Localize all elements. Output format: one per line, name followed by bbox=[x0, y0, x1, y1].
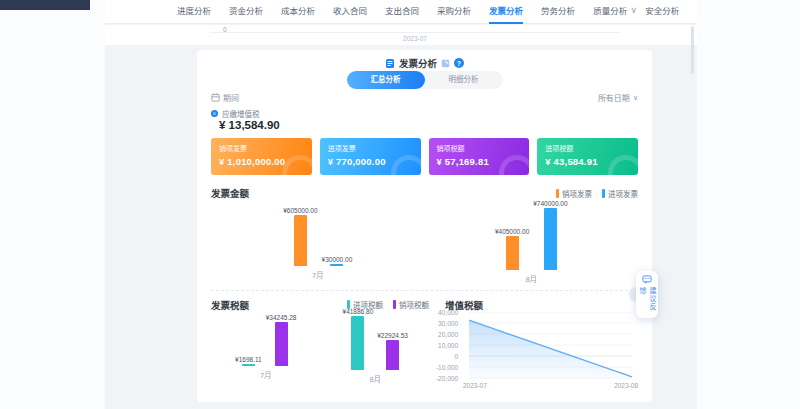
x-axis-label-start: 2023-07 bbox=[463, 382, 487, 389]
bar-销项发票: ¥605000.00 bbox=[283, 207, 317, 266]
bar-rect[interactable] bbox=[242, 364, 255, 366]
tab-收入合同[interactable]: 收入合同 bbox=[333, 0, 367, 24]
y-axis-tick: -20,000 bbox=[424, 375, 458, 382]
sidebar-edge bbox=[0, 0, 90, 10]
bars: ¥405000.00¥740000.00 bbox=[495, 200, 568, 270]
y-axis-tick: 40,000 bbox=[424, 309, 458, 316]
y-axis-tick: 10,000 bbox=[424, 342, 458, 349]
bar-rect[interactable] bbox=[330, 264, 343, 267]
calendar-icon bbox=[211, 93, 220, 102]
y-axis-tick: 30,000 bbox=[424, 320, 458, 327]
tab-采购分析[interactable]: 采购分析 bbox=[437, 0, 471, 24]
card-title-row: 发票分析 ? bbox=[197, 56, 652, 70]
page-title: 发票分析 bbox=[399, 56, 437, 70]
stat-card-label: 销项发票 bbox=[219, 143, 304, 153]
bar-value-label: ¥41886.80 bbox=[343, 308, 374, 315]
stat-card-label: 进项税额 bbox=[545, 143, 630, 153]
legend-item-销项发票[interactable]: 销项发票 bbox=[556, 188, 592, 199]
bars: ¥41886.80¥22924.53 bbox=[343, 308, 408, 370]
bar-rect[interactable] bbox=[386, 340, 399, 370]
bar-value-label: ¥30000.00 bbox=[322, 256, 353, 263]
bar-进项发票: ¥30000.00 bbox=[322, 256, 353, 267]
legend-marker bbox=[602, 189, 605, 198]
date-filter-dropdown[interactable]: 所有日期 ∨ bbox=[598, 92, 638, 103]
page: 进度分析资金分析成本分析收入合同支出合同采购分析发票分析劳务分析质量分析安全分析… bbox=[0, 0, 800, 409]
x-axis-label: 8月 bbox=[525, 273, 537, 284]
bar-group-7月: ¥605000.00¥30000.007月 bbox=[211, 200, 425, 280]
x-axis-label-end: 2023-08 bbox=[614, 382, 638, 389]
tab-成本分析[interactable]: 成本分析 bbox=[281, 0, 315, 24]
legend-label: 销项发票 bbox=[562, 188, 592, 199]
scrolled-chart-remnant: 0 2023-07 bbox=[105, 25, 697, 45]
bar-rect[interactable] bbox=[275, 322, 288, 366]
toggle-汇总分析[interactable]: 汇总分析 bbox=[347, 71, 425, 89]
tab-安全分析[interactable]: 安全分析 bbox=[645, 0, 679, 24]
stat-card-进项发票: 进项发票¥ 770,000.00 bbox=[320, 138, 421, 175]
tab-bar: 进度分析资金分析成本分析收入合同支出合同采购分析发票分析劳务分析质量分析安全分析 bbox=[105, 0, 697, 24]
invoice-amount-header: 发票金额 销项发票进项发票 bbox=[211, 186, 638, 200]
bar-value-label: ¥405000.00 bbox=[495, 228, 529, 235]
tab-资金分析[interactable]: 资金分析 bbox=[229, 0, 263, 24]
bar-rect[interactable] bbox=[351, 316, 364, 370]
vat-amount-chart: 40,00030,00020,00010,0000-10,000-20,0002… bbox=[437, 308, 638, 392]
edit-icon[interactable] bbox=[441, 59, 450, 68]
x-axis-label: 8月 bbox=[369, 373, 381, 384]
feedback-collapse-handle[interactable] bbox=[629, 287, 636, 302]
bar-value-label: ¥740000.00 bbox=[533, 200, 567, 207]
filter-row: 期间 所有日期 ∨ bbox=[211, 92, 638, 103]
tab-进度分析[interactable]: 进度分析 bbox=[177, 0, 211, 24]
x-axis-label: 7月 bbox=[312, 269, 324, 280]
legend-label: 进项发票 bbox=[608, 188, 638, 199]
chat-bubble-icon bbox=[642, 275, 652, 285]
feedback-widget[interactable]: 建议反馈 bbox=[636, 271, 658, 318]
bar-rect[interactable] bbox=[294, 215, 307, 266]
summary-label-row: 应缴增值税 bbox=[211, 108, 260, 119]
invoice-amount-title: 发票金额 bbox=[211, 186, 249, 200]
bar-value-label: ¥605000.00 bbox=[283, 207, 317, 214]
tab-质量分析[interactable]: 质量分析 bbox=[593, 0, 627, 24]
tab-发票分析[interactable]: 发票分析 bbox=[489, 0, 523, 24]
remnant-x-label: 2023-07 bbox=[210, 35, 620, 42]
y-axis-tick: 0 bbox=[424, 353, 458, 360]
stat-card-label: 进项发票 bbox=[328, 143, 413, 153]
bar-销项税额: ¥22924.53 bbox=[377, 332, 408, 370]
main-column: 进度分析资金分析成本分析收入合同支出合同采购分析发票分析劳务分析质量分析安全分析… bbox=[105, 0, 697, 409]
document-icon bbox=[385, 58, 395, 69]
scrollbar[interactable] bbox=[691, 26, 694, 74]
vat-dot-icon bbox=[211, 110, 218, 117]
bar-销项税额: ¥34245.28 bbox=[266, 314, 297, 366]
bar-进项税额: ¥41886.80 bbox=[343, 308, 374, 370]
bar-进项税额: ¥1698.11 bbox=[235, 356, 262, 366]
remnant-axis-line bbox=[210, 32, 620, 33]
invoice-analysis-card: 发票分析 ? 汇总分析明细分析 期间 bbox=[197, 50, 652, 402]
help-icon[interactable]: ? bbox=[454, 58, 464, 68]
chevron-down-icon[interactable]: ∨ bbox=[630, 5, 637, 15]
tab-支出合同[interactable]: 支出合同 bbox=[385, 0, 419, 24]
tab-劳务分析[interactable]: 劳务分析 bbox=[541, 0, 575, 24]
period-filter[interactable]: 期间 bbox=[211, 92, 239, 103]
toggle-明细分析[interactable]: 明细分析 bbox=[425, 71, 503, 89]
feedback-label: 建议反馈 bbox=[637, 287, 657, 318]
bar-销项发票: ¥405000.00 bbox=[495, 228, 529, 270]
period-label: 期间 bbox=[223, 92, 239, 103]
bar-group-8月: ¥41886.80¥22924.538月 bbox=[321, 308, 431, 380]
bars: ¥605000.00¥30000.00 bbox=[283, 200, 352, 266]
vat-payable-label: 应缴增值税 bbox=[222, 108, 260, 119]
stat-card-销项发票: 销项发票¥ 1,010,000.00 bbox=[211, 138, 312, 175]
bar-value-label: ¥34245.28 bbox=[266, 314, 297, 321]
stat-card-销项税额: 销项税额¥ 57,169.81 bbox=[429, 138, 530, 175]
bar-value-label: ¥22924.53 bbox=[377, 332, 408, 339]
bar-rect[interactable] bbox=[544, 208, 557, 270]
stat-card-label: 销项税额 bbox=[437, 143, 522, 153]
y-axis-tick: -10,000 bbox=[424, 364, 458, 371]
stat-card-进项税额: 进项税额¥ 43,584.91 bbox=[537, 138, 638, 175]
bar-rect[interactable] bbox=[506, 236, 519, 270]
bars: ¥1698.11¥34245.28 bbox=[235, 308, 296, 366]
bar-group-7月: ¥1698.11¥34245.287月 bbox=[211, 308, 321, 380]
chevron-down-icon: ∨ bbox=[633, 94, 638, 102]
invoice-amount-legend: 销项发票进项发票 bbox=[556, 188, 638, 199]
view-toggle: 汇总分析明细分析 bbox=[347, 71, 503, 89]
invoice-tax-chart: ¥1698.11¥34245.287月¥41886.80¥22924.538月 bbox=[211, 308, 430, 380]
legend-item-进项发票[interactable]: 进项发票 bbox=[602, 188, 638, 199]
bar-进项发票: ¥740000.00 bbox=[533, 200, 567, 270]
